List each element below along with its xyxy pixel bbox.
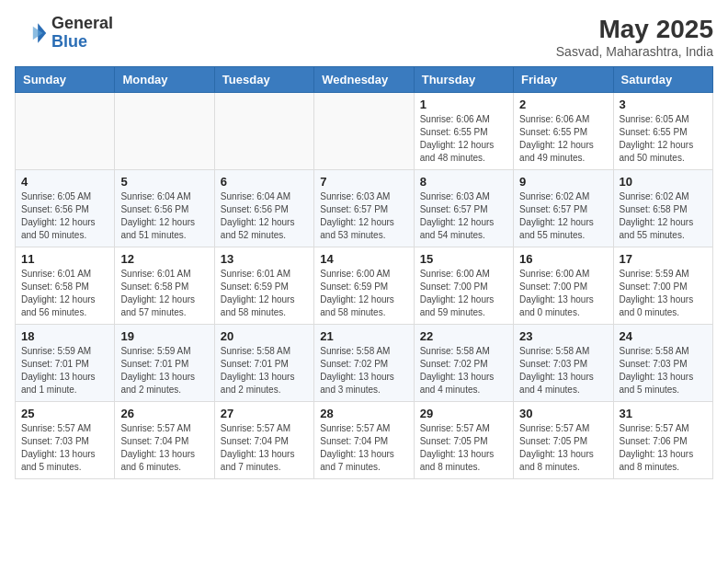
day-cell: 14Sunrise: 6:00 AM Sunset: 6:59 PM Dayli… (314, 247, 414, 325)
weekday-header-saturday: Saturday (613, 67, 712, 93)
day-cell: 4Sunrise: 6:05 AM Sunset: 6:56 PM Daylig… (16, 170, 115, 247)
day-cell: 8Sunrise: 6:03 AM Sunset: 6:57 PM Daylig… (414, 170, 513, 247)
day-number: 31 (620, 407, 707, 420)
day-info: Sunrise: 6:00 AM Sunset: 7:00 PM Dayligh… (519, 268, 607, 319)
day-info: Sunrise: 6:01 AM Sunset: 6:58 PM Dayligh… (21, 268, 108, 319)
day-number: 2 (519, 98, 607, 111)
calendar-table: SundayMondayTuesdayWednesdayThursdayFrid… (15, 66, 713, 479)
calendar-body: 1Sunrise: 6:06 AM Sunset: 6:55 PM Daylig… (16, 93, 713, 479)
week-row-1: 1Sunrise: 6:06 AM Sunset: 6:55 PM Daylig… (16, 93, 713, 170)
day-number: 22 (420, 329, 507, 343)
day-cell: 20Sunrise: 5:58 AM Sunset: 7:01 PM Dayli… (214, 325, 313, 402)
day-cell: 18Sunrise: 5:59 AM Sunset: 7:01 PM Dayli… (16, 325, 115, 402)
day-info: Sunrise: 6:01 AM Sunset: 6:59 PM Dayligh… (221, 268, 308, 319)
day-number: 17 (620, 252, 707, 266)
day-info: Sunrise: 6:05 AM Sunset: 6:56 PM Dayligh… (21, 190, 108, 242)
day-number: 21 (320, 329, 407, 343)
day-number: 14 (320, 252, 407, 266)
day-cell (115, 93, 214, 170)
day-cell (16, 93, 115, 170)
day-number: 18 (21, 329, 108, 343)
day-cell: 13Sunrise: 6:01 AM Sunset: 6:59 PM Dayli… (214, 247, 313, 325)
day-info: Sunrise: 5:58 AM Sunset: 7:01 PM Dayligh… (221, 345, 308, 396)
day-cell: 22Sunrise: 5:58 AM Sunset: 7:02 PM Dayli… (414, 325, 513, 402)
day-info: Sunrise: 6:04 AM Sunset: 6:56 PM Dayligh… (221, 190, 308, 242)
day-info: Sunrise: 5:57 AM Sunset: 7:06 PM Dayligh… (620, 422, 707, 474)
logo-icon (15, 17, 48, 50)
day-info: Sunrise: 5:58 AM Sunset: 7:03 PM Dayligh… (620, 345, 707, 396)
day-info: Sunrise: 5:58 AM Sunset: 7:03 PM Dayligh… (519, 345, 607, 396)
day-cell: 28Sunrise: 5:57 AM Sunset: 7:04 PM Dayli… (314, 402, 414, 479)
day-cell: 11Sunrise: 6:01 AM Sunset: 6:58 PM Dayli… (16, 247, 115, 325)
day-info: Sunrise: 6:03 AM Sunset: 6:57 PM Dayligh… (320, 190, 407, 242)
day-number: 4 (21, 175, 108, 189)
day-cell: 6Sunrise: 6:04 AM Sunset: 6:56 PM Daylig… (214, 170, 313, 247)
day-number: 15 (420, 252, 507, 266)
month-year: May 2025 (556, 15, 713, 44)
day-number: 13 (221, 252, 308, 266)
day-number: 12 (120, 252, 208, 266)
day-info: Sunrise: 6:01 AM Sunset: 6:58 PM Dayligh… (120, 268, 208, 319)
day-cell: 26Sunrise: 5:57 AM Sunset: 7:04 PM Dayli… (115, 402, 214, 479)
day-cell: 19Sunrise: 5:59 AM Sunset: 7:01 PM Dayli… (115, 325, 214, 402)
day-info: Sunrise: 6:06 AM Sunset: 6:55 PM Dayligh… (420, 113, 507, 165)
day-cell: 12Sunrise: 6:01 AM Sunset: 6:58 PM Dayli… (115, 247, 214, 325)
weekday-header-sunday: Sunday (16, 67, 115, 93)
day-number: 24 (620, 329, 707, 343)
day-info: Sunrise: 5:57 AM Sunset: 7:04 PM Dayligh… (120, 422, 208, 474)
week-row-2: 4Sunrise: 6:05 AM Sunset: 6:56 PM Daylig… (16, 170, 713, 247)
weekday-header-monday: Monday (115, 67, 214, 93)
week-row-4: 18Sunrise: 5:59 AM Sunset: 7:01 PM Dayli… (16, 325, 713, 402)
day-cell (214, 93, 313, 170)
day-number: 26 (120, 407, 208, 420)
day-cell (314, 93, 414, 170)
day-cell: 3Sunrise: 6:05 AM Sunset: 6:55 PM Daylig… (613, 93, 712, 170)
day-info: Sunrise: 6:02 AM Sunset: 6:57 PM Dayligh… (519, 190, 607, 242)
week-row-3: 11Sunrise: 6:01 AM Sunset: 6:58 PM Dayli… (16, 247, 713, 325)
day-number: 8 (420, 175, 507, 189)
day-info: Sunrise: 5:58 AM Sunset: 7:02 PM Dayligh… (420, 345, 507, 396)
page-header: General Blue May 2025 Sasvad, Maharashtr… (15, 15, 713, 59)
day-info: Sunrise: 6:00 AM Sunset: 7:00 PM Dayligh… (420, 268, 507, 319)
day-number: 10 (620, 175, 707, 189)
day-number: 9 (519, 175, 607, 189)
week-row-5: 25Sunrise: 5:57 AM Sunset: 7:03 PM Dayli… (16, 402, 713, 479)
day-number: 19 (120, 329, 208, 343)
day-info: Sunrise: 6:00 AM Sunset: 6:59 PM Dayligh… (320, 268, 407, 319)
day-cell: 15Sunrise: 6:00 AM Sunset: 7:00 PM Dayli… (414, 247, 513, 325)
logo-blue: Blue (51, 33, 113, 52)
weekday-header-friday: Friday (514, 67, 613, 93)
day-number: 7 (320, 175, 407, 189)
day-cell: 31Sunrise: 5:57 AM Sunset: 7:06 PM Dayli… (613, 402, 712, 479)
day-number: 25 (21, 407, 108, 420)
day-cell: 7Sunrise: 6:03 AM Sunset: 6:57 PM Daylig… (314, 170, 414, 247)
day-cell: 9Sunrise: 6:02 AM Sunset: 6:57 PM Daylig… (514, 170, 613, 247)
day-info: Sunrise: 5:59 AM Sunset: 7:01 PM Dayligh… (120, 345, 208, 396)
day-number: 27 (221, 407, 308, 420)
day-number: 20 (221, 329, 308, 343)
weekday-header-wednesday: Wednesday (314, 67, 414, 93)
day-info: Sunrise: 5:57 AM Sunset: 7:05 PM Dayligh… (519, 422, 607, 474)
day-number: 29 (420, 407, 507, 420)
day-number: 6 (221, 175, 308, 189)
day-cell: 5Sunrise: 6:04 AM Sunset: 6:56 PM Daylig… (115, 170, 214, 247)
title-block: May 2025 Sasvad, Maharashtra, India (556, 15, 713, 59)
day-info: Sunrise: 6:02 AM Sunset: 6:58 PM Dayligh… (620, 190, 707, 242)
day-number: 1 (420, 98, 507, 111)
day-info: Sunrise: 6:05 AM Sunset: 6:55 PM Dayligh… (620, 113, 707, 165)
day-cell: 25Sunrise: 5:57 AM Sunset: 7:03 PM Dayli… (16, 402, 115, 479)
day-cell: 24Sunrise: 5:58 AM Sunset: 7:03 PM Dayli… (613, 325, 712, 402)
day-cell: 21Sunrise: 5:58 AM Sunset: 7:02 PM Dayli… (314, 325, 414, 402)
day-number: 3 (620, 98, 707, 111)
day-number: 11 (21, 252, 108, 266)
day-info: Sunrise: 6:03 AM Sunset: 6:57 PM Dayligh… (420, 190, 507, 242)
logo-text: General Blue (51, 15, 113, 52)
day-cell: 30Sunrise: 5:57 AM Sunset: 7:05 PM Dayli… (514, 402, 613, 479)
day-cell: 27Sunrise: 5:57 AM Sunset: 7:04 PM Dayli… (214, 402, 313, 479)
day-info: Sunrise: 5:59 AM Sunset: 7:01 PM Dayligh… (21, 345, 108, 396)
day-number: 16 (519, 252, 607, 266)
weekday-header-tuesday: Tuesday (214, 67, 313, 93)
weekday-header-thursday: Thursday (414, 67, 513, 93)
day-info: Sunrise: 6:06 AM Sunset: 6:55 PM Dayligh… (519, 113, 607, 165)
day-info: Sunrise: 5:57 AM Sunset: 7:03 PM Dayligh… (21, 422, 108, 474)
